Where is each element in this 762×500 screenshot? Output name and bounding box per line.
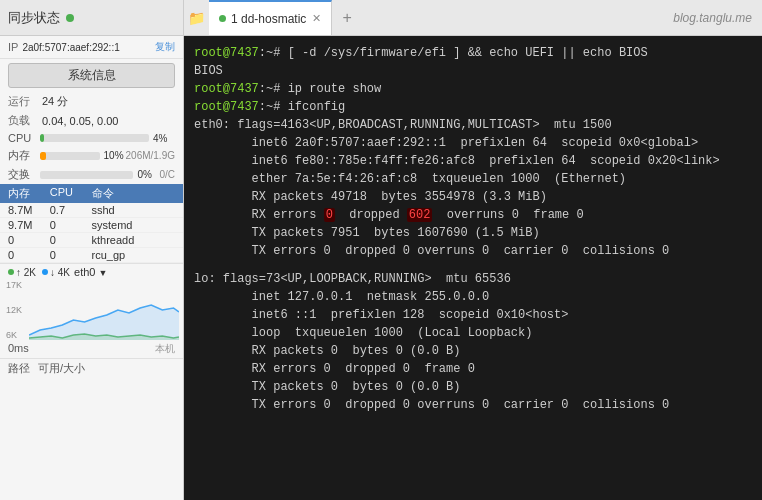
term-line-13: inet 127.0.0.1 netmask 255.0.0.0 (194, 288, 752, 306)
new-tab-button[interactable]: + (332, 9, 361, 27)
graph-label-mid: 12K (6, 305, 22, 315)
term-line-7: ether 7a:5e:f4:26:af:c8 txqueuelen 1000 … (194, 170, 752, 188)
copy-ip-button[interactable]: 复制 (155, 40, 175, 54)
proc-cmd-3: rcu_gp (92, 249, 176, 261)
ping-note: 本机 (155, 342, 175, 356)
term-line-15: loop txqueuelen 1000 (Local Loopback) (194, 324, 752, 342)
load-label: 负载 (8, 113, 38, 128)
proc-cpu-0: 0.7 (50, 204, 92, 216)
mem-bar-fill (40, 152, 46, 160)
term-line-0: root@7437:~# [ -d /sys/firmware/efi ] &&… (194, 44, 752, 62)
term-blank-0 (194, 260, 752, 270)
net-legend: ↑ 2K ↓ 4K (8, 267, 70, 278)
sync-status-area: 同步状态 (0, 0, 184, 35)
proc-mem-0: 8.7M (8, 204, 50, 216)
load-value: 0.04, 0.05, 0.00 (42, 115, 118, 127)
avail-label: 可用/大小 (38, 361, 85, 376)
graph-label-top: 17K (6, 280, 22, 290)
proc-cpu-1: 0 (50, 219, 92, 231)
tab-close-button[interactable]: ✕ (312, 12, 321, 25)
uptime-label: 运行 (8, 94, 38, 109)
swap-bar-bg (40, 171, 133, 179)
terminal[interactable]: root@7437:~# [ -d /sys/firmware/efi ] &&… (184, 36, 762, 500)
main-area: IP 2a0f:5707:aaef:292::1 复制 系统信息 运行 24 分… (0, 36, 762, 500)
term-line-18: TX packets 0 bytes 0 (0.0 B) (194, 378, 752, 396)
load-row: 负载 0.04, 0.05, 0.00 (0, 111, 183, 130)
term-line-8: RX packets 49718 bytes 3554978 (3.3 MiB) (194, 188, 752, 206)
swap-pct: 0% (137, 169, 159, 180)
term-line-11: TX errors 0 dropped 0 overruns 0 carrier… (194, 242, 752, 260)
bottom-status: 路径 可用/大小 (0, 358, 183, 378)
legend-up: ↑ 2K (8, 267, 36, 278)
net-iface[interactable]: eth0 ▼ (74, 266, 107, 278)
ip-row: IP 2a0f:5707:aaef:292::1 复制 (0, 36, 183, 59)
uptime-row: 运行 24 分 (0, 92, 183, 111)
proc-header-cmd: 命令 (92, 186, 176, 201)
proc-cmd-1: systemd (92, 219, 176, 231)
proc-row-1: 9.7M 0 systemd (0, 218, 183, 233)
path-label: 路径 (8, 361, 30, 376)
term-line-19: TX errors 0 dropped 0 overruns 0 carrier… (194, 396, 752, 414)
cpu-pct: 4% (153, 133, 175, 144)
ping-row: 0ms 本机 (0, 340, 183, 358)
mem-bar-bg (40, 152, 100, 160)
proc-cpu-2: 0 (50, 234, 92, 246)
folder-icon: 📁 (188, 10, 205, 26)
term-line-17: RX errors 0 dropped 0 frame 0 (194, 360, 752, 378)
term-line-9: RX errors 0 dropped 602 overruns 0 frame… (194, 206, 752, 224)
term-line-12: lo: flags=73<UP,LOOPBACK,RUNNING> mtu 65… (194, 270, 752, 288)
mem-label: 内存 (8, 148, 36, 163)
term-line-1: BIOS (194, 62, 752, 80)
proc-cmd-0: sshd (92, 204, 176, 216)
swap-label: 交换 (8, 167, 36, 182)
proc-header-cpu: CPU (50, 186, 92, 201)
tabs-area: 📁 1 dd-hosmatic ✕ + (184, 0, 673, 35)
ping-value: 0ms (8, 342, 29, 356)
proc-cpu-3: 0 (50, 249, 92, 261)
proc-row-3: 0 0 rcu_gp (0, 248, 183, 263)
proc-mem-1: 9.7M (8, 219, 50, 231)
svg-marker-0 (29, 305, 179, 340)
cpu-bar-bg (40, 134, 149, 142)
proc-row-0: 8.7M 0.7 sshd (0, 203, 183, 218)
swap-metric-row: 交换 0% 0/C (0, 165, 183, 184)
sync-label: 同步状态 (8, 9, 60, 27)
term-line-3: root@7437:~# ifconfig (194, 98, 752, 116)
net-graph-canvas: 17K 12K 6K (4, 280, 179, 340)
cpu-label: CPU (8, 132, 36, 144)
proc-table-header: 内存 CPU 命令 (0, 184, 183, 203)
top-bar: 同步状态 📁 1 dd-hosmatic ✕ + blog.tanglu.me (0, 0, 762, 36)
legend-up-dot (8, 269, 14, 275)
term-line-16: RX packets 0 bytes 0 (0.0 B) (194, 342, 752, 360)
proc-mem-2: 0 (8, 234, 50, 246)
legend-down-label: ↓ 4K (50, 267, 70, 278)
term-line-4: eth0: flags=4163<UP,BROADCAST,RUNNING,MU… (194, 116, 752, 134)
left-panel: IP 2a0f:5707:aaef:292::1 复制 系统信息 运行 24 分… (0, 36, 184, 500)
proc-header-mem: 内存 (8, 186, 50, 201)
sys-info-button[interactable]: 系统信息 (8, 63, 175, 88)
graph-y-labels: 17K 12K 6K (4, 280, 24, 340)
proc-cmd-2: kthreadd (92, 234, 176, 246)
legend-down: ↓ 4K (42, 267, 70, 278)
tab-status-dot (219, 15, 226, 22)
graph-label-bot: 6K (6, 330, 22, 340)
ip-value: 2a0f:5707:aaef:292::1 (22, 42, 119, 53)
net-graph-svg (29, 280, 179, 340)
net-graph-area: ↑ 2K ↓ 4K eth0 ▼ 17K 12K 6K (0, 263, 183, 340)
mem-pct: 10% (104, 150, 126, 161)
sync-dot (66, 14, 74, 22)
cpu-bar-fill (40, 134, 44, 142)
legend-up-label: ↑ 2K (16, 267, 36, 278)
cpu-metric-row: CPU 4% (0, 130, 183, 146)
term-line-10: TX packets 7951 bytes 1607690 (1.5 MiB) (194, 224, 752, 242)
legend-down-dot (42, 269, 48, 275)
ip-label: IP (8, 41, 18, 53)
proc-row-2: 0 0 kthreadd (0, 233, 183, 248)
uptime-value: 24 分 (42, 94, 68, 109)
proc-mem-3: 0 (8, 249, 50, 261)
tab-label: 1 dd-hosmatic (231, 12, 306, 26)
mem-detail: 206M/1.9G (126, 150, 175, 161)
active-tab[interactable]: 1 dd-hosmatic ✕ (209, 0, 332, 35)
swap-detail: 0/C (159, 169, 175, 180)
term-line-2: root@7437:~# ip route show (194, 80, 752, 98)
